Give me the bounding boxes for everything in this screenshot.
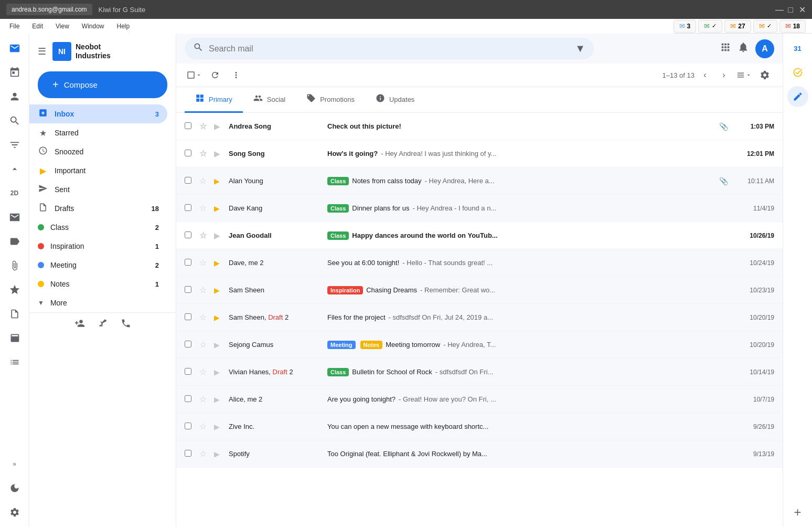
nav-item-snoozed[interactable]: Snoozed xyxy=(29,142,167,161)
search-dropdown-icon[interactable]: ▼ xyxy=(575,43,585,55)
email-star-12[interactable]: ☆ xyxy=(199,421,210,431)
rail-icon-paperclip[interactable] xyxy=(4,255,25,276)
email-important-7[interactable]: ▶ xyxy=(214,286,225,294)
email-star-1[interactable]: ☆ xyxy=(199,121,210,131)
settings-button[interactable] xyxy=(755,66,774,85)
nav-item-starred[interactable]: ★ Starred xyxy=(29,123,167,142)
phone-icon[interactable] xyxy=(121,318,131,331)
search-input-wrap[interactable]: ▼ xyxy=(185,38,594,59)
email-checkbox-6[interactable] xyxy=(185,259,195,267)
email-important-5[interactable]: ▶ xyxy=(214,231,225,240)
email-row[interactable]: ☆ ▶ Song Song How's it going? Hey Andrea… xyxy=(176,140,783,167)
email-star-13[interactable]: ☆ xyxy=(199,449,210,459)
email-checkbox-13[interactable] xyxy=(185,450,195,458)
email-star-6[interactable]: ☆ xyxy=(199,258,210,268)
search-input[interactable] xyxy=(209,44,570,54)
view-toggle-button[interactable] xyxy=(734,66,753,85)
avatar[interactable]: A xyxy=(755,39,774,58)
email-important-2[interactable]: ▶ xyxy=(214,150,225,158)
add-contact-icon[interactable] xyxy=(74,318,85,331)
email-star-3[interactable]: ☆ xyxy=(199,176,210,186)
email-row[interactable]: ☆ ▶ Andrea Song Check out this picture! … xyxy=(176,113,783,140)
rail-icon-calendar[interactable] xyxy=(4,62,25,83)
rail-icon-table[interactable] xyxy=(4,328,25,349)
badge-btn-5[interactable]: ✉ 18 xyxy=(779,20,806,33)
menu-edit[interactable]: Edit xyxy=(27,21,48,31)
email-checkbox-7[interactable] xyxy=(185,286,195,294)
more-options-button[interactable] xyxy=(227,66,245,85)
apps-icon[interactable] xyxy=(720,41,731,56)
badge-btn-4[interactable]: ✉ ✓ xyxy=(753,20,777,33)
nav-item-drafts[interactable]: Drafts 18 xyxy=(29,199,167,218)
email-star-2[interactable]: ☆ xyxy=(199,149,210,159)
rail-icon-tag[interactable] xyxy=(4,231,25,252)
right-rail-tasks[interactable] xyxy=(787,62,808,83)
nav-label-inspiration[interactable]: Inspiration 1 xyxy=(29,237,167,256)
email-star-10[interactable]: ☆ xyxy=(199,367,210,377)
email-checkbox-2[interactable] xyxy=(185,150,195,158)
nav-item-inbox[interactable]: Inbox 3 xyxy=(29,104,167,123)
notifications-icon[interactable] xyxy=(738,41,749,56)
badge-btn-3[interactable]: ✉ 27 xyxy=(724,20,751,33)
rail-icon-contacts[interactable] xyxy=(4,86,25,107)
right-rail-add-button[interactable]: + xyxy=(787,502,808,523)
prev-page-button[interactable]: ‹ xyxy=(697,67,713,83)
select-all-button[interactable] xyxy=(185,66,204,85)
meet-icon[interactable] xyxy=(98,318,108,331)
rail-icon-search[interactable] xyxy=(4,110,25,131)
email-star-11[interactable]: ☆ xyxy=(199,394,210,404)
rail-icon-expand[interactable] xyxy=(4,159,25,180)
nav-label-meeting[interactable]: Meeting 2 xyxy=(29,256,167,275)
badge-btn-1[interactable]: ✉ 3 xyxy=(674,20,697,33)
tab-primary[interactable]: Primary xyxy=(185,87,243,113)
email-important-11[interactable]: ▶ xyxy=(214,395,225,404)
menu-file[interactable]: File xyxy=(4,21,25,31)
email-star-9[interactable]: ☆ xyxy=(199,340,210,350)
email-row[interactable]: ☆ ▶ Vivian Hanes, Draft 2 Class Bulletin… xyxy=(176,359,783,386)
email-checkbox-1[interactable] xyxy=(185,122,195,131)
rail-icon-settings[interactable] xyxy=(4,502,25,523)
nav-label-notes[interactable]: Notes 1 xyxy=(29,275,167,293)
right-rail-calendar[interactable]: 31 xyxy=(787,38,808,59)
email-checkbox-9[interactable] xyxy=(185,341,195,349)
maximize-button[interactable]: □ xyxy=(787,6,794,13)
email-checkbox-11[interactable] xyxy=(185,395,195,404)
refresh-button[interactable] xyxy=(206,66,225,85)
email-important-1[interactable]: ▶ xyxy=(214,122,225,131)
email-row[interactable]: ☆ ▶ Dave Kang Class Dinner plans for us … xyxy=(176,195,783,222)
minimize-button[interactable]: — xyxy=(775,6,783,13)
tab-promotions[interactable]: Promotions xyxy=(296,87,365,113)
rail-icon-list[interactable] xyxy=(4,352,25,373)
tab-updates[interactable]: Updates xyxy=(365,87,425,113)
email-checkbox-10[interactable] xyxy=(185,368,195,376)
email-checkbox-5[interactable] xyxy=(185,231,195,240)
rail-icon-doc[interactable] xyxy=(4,303,25,324)
rail-icon-moon[interactable] xyxy=(4,478,25,499)
email-row[interactable]: ☆ ▶ Sejong Camus Meeting Notes Meeting t… xyxy=(176,331,783,359)
email-row[interactable]: ☆ ▶ Zive Inc. You can open a new message… xyxy=(176,413,783,440)
email-checkbox-12[interactable] xyxy=(185,423,195,431)
hamburger-icon[interactable]: ☰ xyxy=(38,46,46,57)
email-star-4[interactable]: ☆ xyxy=(199,203,210,213)
rail-icon-envelope[interactable] xyxy=(4,207,25,228)
email-important-13[interactable]: ▶ xyxy=(214,450,225,458)
email-row[interactable]: ☆ ▶ Alice, me 2 Are you going tonight? G… xyxy=(176,386,783,413)
email-important-4[interactable]: ▶ xyxy=(214,204,225,213)
email-important-6[interactable]: ▶ xyxy=(214,259,225,267)
nav-more[interactable]: ▼ More xyxy=(29,293,167,312)
email-row[interactable]: ☆ ▶ Sam Sheen, Draft 2 Files for the pro… xyxy=(176,304,783,331)
email-row[interactable]: ☆ ▶ Jean Goodall Class Happy dances arou… xyxy=(176,222,783,249)
tab-social[interactable]: Social xyxy=(243,87,296,113)
rail-icon-star[interactable] xyxy=(4,279,25,300)
email-row[interactable]: ☆ ▶ Dave, me 2 See you at 6:00 tonight! … xyxy=(176,249,783,277)
email-checkbox-4[interactable] xyxy=(185,204,195,213)
email-important-10[interactable]: ▶ xyxy=(214,368,225,376)
email-star-5[interactable]: ☆ xyxy=(199,230,210,240)
menu-help[interactable]: Help xyxy=(112,21,135,31)
email-star-8[interactable]: ☆ xyxy=(199,312,210,322)
email-important-12[interactable]: ▶ xyxy=(214,423,225,431)
email-star-7[interactable]: ☆ xyxy=(199,285,210,295)
right-rail-edit[interactable] xyxy=(787,86,808,107)
menu-view[interactable]: View xyxy=(50,21,74,31)
nav-item-important[interactable]: ▶ Important xyxy=(29,161,167,180)
